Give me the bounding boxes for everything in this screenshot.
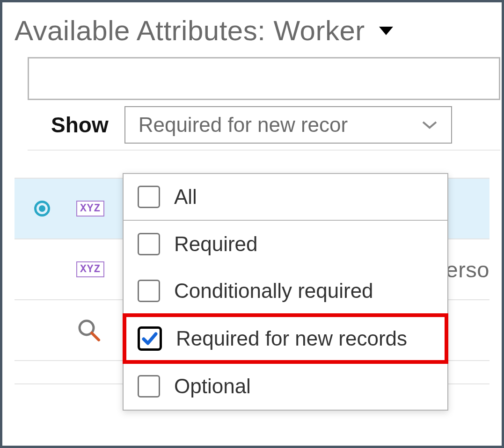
checkbox-unchecked-icon[interactable] [138, 186, 160, 208]
checkbox-unchecked-icon[interactable] [138, 280, 160, 302]
panel-title-row: Available Attributes: Worker [15, 14, 502, 47]
radio-placeholder [34, 261, 50, 277]
filter-option-label: All [174, 185, 197, 209]
filter-option-label: Required for new records [176, 327, 407, 350]
filter-option-required-for-new-records[interactable]: Required for new records [124, 314, 447, 363]
show-filter-row: Show Required for new recor [28, 100, 500, 151]
panel-title: Available Attributes: Worker [15, 14, 365, 47]
checkbox-checked-icon[interactable] [138, 326, 162, 351]
filter-option-label: Required [174, 232, 258, 256]
filter-option-required[interactable]: Required [124, 221, 447, 267]
checkbox-unchecked-icon[interactable] [138, 233, 160, 255]
radio-placeholder [34, 322, 50, 338]
chevron-down-icon [421, 119, 438, 130]
svg-marker-0 [379, 27, 393, 35]
show-filter-select[interactable]: Required for new recor [124, 106, 452, 144]
filter-option-label: Optional [174, 375, 251, 398]
filter-option-all[interactable]: All [124, 174, 447, 221]
panel-dropdown-caret-icon[interactable] [378, 26, 394, 36]
search-icon [76, 318, 102, 343]
filter-option-optional[interactable]: Optional [124, 363, 447, 410]
search-input[interactable] [28, 57, 500, 100]
filter-option-label: Conditionally required [174, 279, 373, 303]
checkbox-unchecked-icon[interactable] [138, 375, 160, 397]
panel-frame: Available Attributes: Worker Show Requir… [0, 0, 504, 448]
filter-option-conditionally-required[interactable]: Conditionally required [124, 267, 447, 314]
show-filter-dropdown: All Required Conditionally required Requ… [123, 173, 448, 411]
show-label: Show [51, 112, 109, 137]
xyz-type-tag-icon: XYZ [76, 261, 104, 277]
radio-selected-icon[interactable] [34, 201, 50, 217]
svg-line-2 [92, 333, 99, 340]
xyz-type-tag-icon: XYZ [76, 201, 104, 217]
show-filter-value: Required for new recor [139, 113, 421, 137]
